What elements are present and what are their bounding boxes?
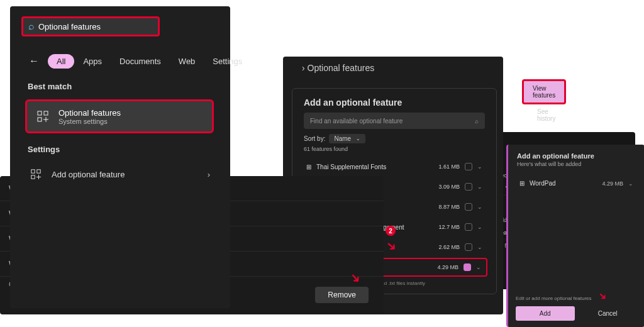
search-tab-settings[interactable]: Settings	[204, 54, 251, 69]
feature-size: 8.87 MB	[438, 204, 460, 210]
chevron-down-icon: ⌄	[476, 264, 481, 270]
search-icon: ⌕	[475, 118, 479, 125]
chevron-down-icon: ⌄	[477, 184, 482, 190]
see-history-button[interactable]: See history	[528, 104, 564, 126]
start-search-panel: ⌕ ← AllAppsDocumentsWebSettings Best mat…	[10, 6, 230, 308]
feature-checkbox[interactable]	[464, 263, 471, 271]
feature-checkbox[interactable]	[465, 163, 472, 170]
chevron-down-icon: ⌄	[356, 136, 360, 141]
settings-item-label: Add optional feature	[52, 170, 125, 179]
feature-name: Thai Supplemental Fonts	[316, 164, 386, 170]
feature-icon: ⊞	[306, 164, 311, 170]
svg-rect-5	[31, 175, 35, 179]
search-tabs: ← AllAppsDocumentsWebSettings	[29, 55, 251, 67]
search-icon: ⌕	[28, 21, 35, 32]
feature-search-input[interactable]: Find an available optional feature ⌕	[304, 113, 485, 129]
sort-row: Sort by: Name⌄	[304, 134, 485, 143]
feature-count: 61 features found	[304, 146, 485, 152]
search-placeholder: Find an available optional feature	[310, 118, 402, 125]
feature-checkbox[interactable]	[465, 223, 472, 231]
feature-size: 4.29 MB	[437, 264, 458, 270]
confirm-item[interactable]: ⊞ WordPad 4.29 MB ⌄	[516, 176, 637, 191]
features-icon	[35, 108, 51, 125]
remove-button[interactable]: Remove	[315, 287, 369, 303]
svg-rect-3	[31, 170, 35, 173]
add-button[interactable]: Add	[516, 306, 575, 321]
sort-label: Sort by:	[304, 135, 325, 142]
confirm-subtitle: Here's what will be added	[508, 161, 644, 174]
svg-rect-4	[37, 170, 40, 173]
back-button[interactable]: ←	[29, 55, 39, 67]
result-subtitle: System settings	[58, 118, 121, 125]
settings-section-label: Settings	[28, 145, 60, 154]
confirm-note: Edit or add more optional features	[516, 296, 637, 301]
confirm-add-panel: Add an optional feature Here's what will…	[506, 145, 644, 327]
chevron-down-icon: ⌄	[477, 164, 482, 170]
confirm-title: Add an optional feature	[508, 145, 644, 161]
best-match-result[interactable]: Optional features System settings	[25, 99, 214, 133]
app-icon: ⊞	[519, 180, 525, 187]
dialog-title: Add an optional feature	[292, 89, 496, 113]
feature-checkbox[interactable]	[465, 183, 472, 191]
available-feature-row[interactable]: ⊞Thai Supplemental Fonts1.61 MB⌄	[301, 157, 487, 176]
best-match-label: Best match	[28, 82, 72, 91]
search-tab-documents[interactable]: Documents	[111, 54, 170, 69]
search-input[interactable]	[38, 22, 153, 31]
result-title: Optional features	[58, 108, 121, 118]
step-badge: 2	[386, 226, 396, 236]
cancel-button[interactable]: Cancel	[579, 306, 638, 321]
search-tab-all[interactable]: All	[48, 54, 74, 69]
svg-rect-0	[38, 111, 42, 115]
search-tab-apps[interactable]: Apps	[74, 54, 111, 69]
sort-dropdown[interactable]: Name⌄	[329, 134, 365, 143]
search-tab-web[interactable]: Web	[170, 54, 204, 69]
view-features-button[interactable]: View features	[522, 79, 566, 104]
confirm-item-name: WordPad	[530, 180, 556, 187]
settings-item[interactable]: Add optional feature ›	[28, 166, 210, 182]
search-box[interactable]: ⌕	[21, 16, 160, 36]
chevron-down-icon: ⌄	[477, 204, 482, 210]
chevron-down-icon: ⌄	[628, 180, 633, 187]
features-icon	[28, 166, 44, 182]
chevron-right-icon: ›	[208, 170, 210, 179]
svg-rect-1	[44, 111, 48, 115]
svg-rect-2	[38, 118, 42, 121]
feature-size: 2.62 MB	[438, 244, 460, 250]
feature-size: 1.61 MB	[438, 164, 460, 170]
feature-checkbox[interactable]	[465, 203, 472, 211]
chevron-down-icon: ⌄	[477, 244, 482, 250]
chevron-down-icon: ⌄	[477, 224, 482, 230]
feature-checkbox[interactable]	[465, 243, 472, 251]
feature-size: 12.7 MB	[438, 224, 460, 230]
breadcrumb: › Optional features	[302, 63, 374, 73]
confirm-item-size: 4.29 MB	[602, 180, 623, 187]
feature-size: 3.09 MB	[438, 184, 460, 190]
